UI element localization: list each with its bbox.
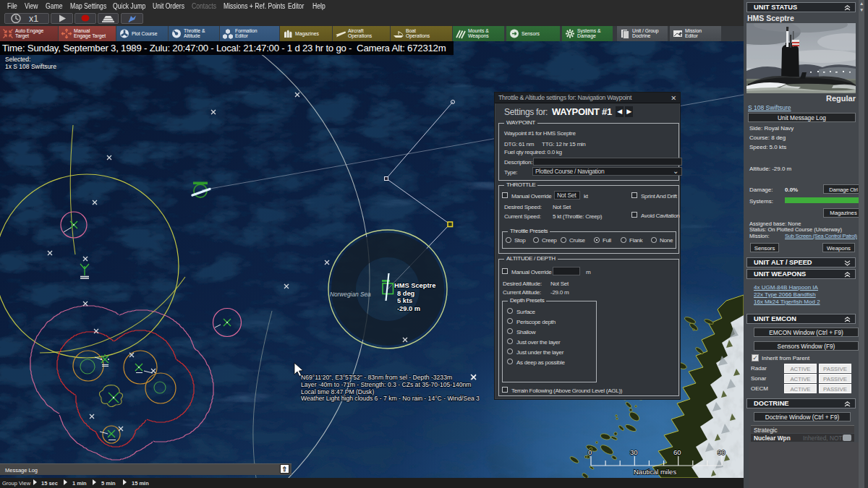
svg-text:Layer -40m to -71m - Strength:: Layer -40m to -71m - Strength: 0.3 - CZs… <box>301 381 471 388</box>
svg-text:HMS Sceptre: HMS Sceptre <box>394 282 435 289</box>
svg-text:60: 60 <box>673 448 681 456</box>
svg-text:x1: x1 <box>29 14 38 23</box>
svg-text:Weather Light high clouds 6 -: Weather Light high clouds 6 - 7 km - No … <box>301 395 480 402</box>
svg-text:90: 90 <box>718 448 726 456</box>
svg-text:Nautical miles: Nautical miles <box>634 468 676 476</box>
svg-text:5 kts: 5 kts <box>397 297 412 304</box>
svg-text:-29.0 m: -29.0 m <box>397 305 420 312</box>
svg-text:0: 0 <box>588 448 592 456</box>
svg-text:Local time 8:47 PM (Dusk): Local time 8:47 PM (Dusk) <box>301 388 374 395</box>
svg-text:30: 30 <box>630 448 638 456</box>
svg-text:N69°11'20", E3°57'52" - 83nm f: N69°11'20", E3°57'52" - 83nm from sel - … <box>301 374 452 381</box>
svg-text:8 deg: 8 deg <box>397 290 415 297</box>
svg-text:Norwegian Sea: Norwegian Sea <box>330 291 371 298</box>
